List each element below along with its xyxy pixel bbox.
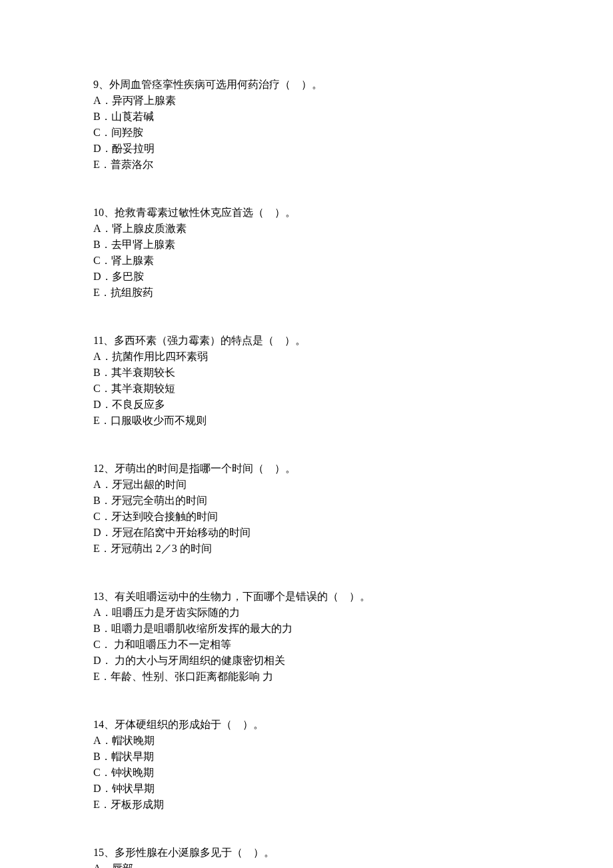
option-e: E．普萘洛尔 bbox=[93, 157, 613, 173]
document-content: 9、外周血管痉挛性疾病可选用何药治疗（ ）。 A．异丙肾上腺素 B．山莨若碱 C… bbox=[93, 77, 613, 868]
option-e: E．口服吸收少而不规则 bbox=[93, 413, 613, 429]
option-c: C．肾上腺素 bbox=[93, 253, 613, 269]
question-text: 9、外周血管痉挛性疾病可选用何药治疗（ ）。 bbox=[93, 77, 613, 93]
option-e: E．年龄、性别、张口距离都能影响 力 bbox=[93, 669, 613, 685]
option-b: B．帽状早期 bbox=[93, 749, 613, 765]
option-d: D．不良反应多 bbox=[93, 397, 613, 413]
option-d: D．多巴胺 bbox=[93, 269, 613, 285]
question-block-10: 10、抢救青霉素过敏性休克应首选（ ）。 A．肾上腺皮质激素 B．去甲肾上腺素 … bbox=[93, 205, 613, 301]
option-e: E．抗组胺药 bbox=[93, 285, 613, 301]
option-d: D．牙冠在陷窝中开始移动的时间 bbox=[93, 525, 613, 541]
option-d: D．钟状早期 bbox=[93, 781, 613, 797]
option-a: A．帽状晚期 bbox=[93, 733, 613, 749]
option-a: A．肾上腺皮质激素 bbox=[93, 221, 613, 237]
question-text: 11、多西环素（强力霉素）的特点是（ ）。 bbox=[93, 333, 613, 349]
option-a: A．抗菌作用比四环素弱 bbox=[93, 349, 613, 365]
option-d: D．酚妥拉明 bbox=[93, 141, 613, 157]
option-a: A．异丙肾上腺素 bbox=[93, 93, 613, 109]
option-c: C．牙达到咬合接触的时间 bbox=[93, 509, 613, 525]
option-a: A．唇部 bbox=[93, 861, 613, 868]
option-d: D． 力的大小与牙周组织的健康密切相关 bbox=[93, 653, 613, 669]
question-text: 13、有关咀嚼运动中的生物力，下面哪个是错误的（ ）。 bbox=[93, 589, 613, 605]
option-b: B．其半衰期较长 bbox=[93, 365, 613, 381]
option-b: B．咀嚼力是咀嚼肌收缩所发挥的最大的力 bbox=[93, 621, 613, 637]
option-c: C．钟状晚期 bbox=[93, 765, 613, 781]
option-b: B．牙冠完全萌出的时间 bbox=[93, 493, 613, 509]
question-block-13: 13、有关咀嚼运动中的生物力，下面哪个是错误的（ ）。 A．咀嚼压力是牙齿实际随… bbox=[93, 589, 613, 685]
question-block-9: 9、外周血管痉挛性疾病可选用何药治疗（ ）。 A．异丙肾上腺素 B．山莨若碱 C… bbox=[93, 77, 613, 173]
question-text: 15、多形性腺在小涎腺多见于（ ）。 bbox=[93, 845, 613, 861]
option-b: B．去甲肾上腺素 bbox=[93, 237, 613, 253]
option-b: B．山莨若碱 bbox=[93, 109, 613, 125]
question-block-14: 14、牙体硬组织的形成始于（ ）。 A．帽状晚期 B．帽状早期 C．钟状晚期 D… bbox=[93, 717, 613, 813]
option-c: C．其半衰期较短 bbox=[93, 381, 613, 397]
option-e: E．牙冠萌出 2／3 的时间 bbox=[93, 541, 613, 557]
option-c: C．间羟胺 bbox=[93, 125, 613, 141]
question-text: 14、牙体硬组织的形成始于（ ）。 bbox=[93, 717, 613, 733]
option-e: E．牙板形成期 bbox=[93, 797, 613, 813]
question-block-15: 15、多形性腺在小涎腺多见于（ ）。 A．唇部 B．颊部 C．舌部 bbox=[93, 845, 613, 868]
question-block-11: 11、多西环素（强力霉素）的特点是（ ）。 A．抗菌作用比四环素弱 B．其半衰期… bbox=[93, 333, 613, 429]
question-text: 12、牙萌出的时间是指哪一个时间（ ）。 bbox=[93, 461, 613, 477]
option-a: A．牙冠出龈的时间 bbox=[93, 477, 613, 493]
question-block-12: 12、牙萌出的时间是指哪一个时间（ ）。 A．牙冠出龈的时间 B．牙冠完全萌出的… bbox=[93, 461, 613, 557]
option-a: A．咀嚼压力是牙齿实际随的力 bbox=[93, 605, 613, 621]
question-text: 10、抢救青霉素过敏性休克应首选（ ）。 bbox=[93, 205, 613, 221]
option-c: C． 力和咀嚼压力不一定相等 bbox=[93, 637, 613, 653]
